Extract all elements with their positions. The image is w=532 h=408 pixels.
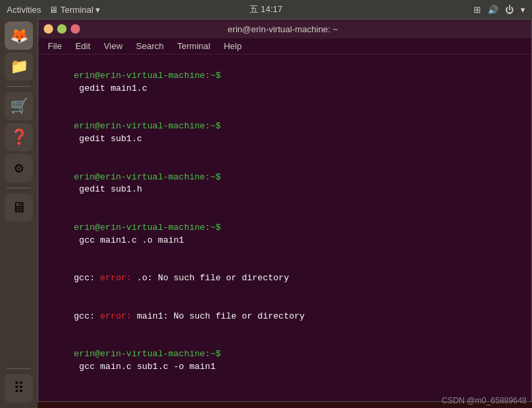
menu-search[interactable]: Search — [130, 40, 169, 52]
system-bar-clock: 五 14:17 — [250, 3, 282, 15]
sidebar: 🦊 📁 🛒 ❓ ⚙ 🖥 ⠿ — [0, 19, 38, 408]
terminal-line-2: erin@erin-virtual-machine:~$ gedit sub1.… — [42, 108, 527, 158]
terminal-label: 🖥 Terminal ▾ — [49, 5, 100, 15]
terminal-line-6: gcc: error: main1: No such file or direc… — [42, 298, 527, 336]
sidebar-separator-3 — [7, 368, 31, 369]
sidebar-separator-1 — [7, 86, 31, 87]
minimize-button[interactable] — [44, 24, 53, 34]
menu-terminal[interactable]: Terminal — [172, 40, 216, 52]
activities-label[interactable]: Activities — [7, 5, 41, 15]
terminal-line-3: erin@erin-virtual-machine:~$ gedit sub1.… — [42, 159, 527, 209]
terminal-icon-small: 🖥 — [49, 5, 58, 15]
power-dropdown-icon[interactable]: ▾ — [521, 5, 525, 15]
menu-edit[interactable]: Edit — [70, 40, 96, 52]
terminal-dropdown-icon[interactable]: ▾ — [96, 5, 100, 15]
window-title: erin@erin-virtual-machine: ~ — [80, 24, 486, 34]
ubuntu-software-icon[interactable]: 🛒 — [5, 92, 33, 120]
sidebar-separator-2 — [7, 188, 31, 188]
terminal-content[interactable]: erin@erin-virtual-machine:~$ gedit main1… — [38, 54, 531, 401]
terminal-icon[interactable]: 🖥 — [5, 194, 33, 222]
network-icon[interactable]: ⊞ — [473, 5, 481, 15]
terminal-window: erin@erin-virtual-machine: ~ File Edit V… — [38, 19, 532, 402]
menu-bar: File Edit View Search Terminal Help — [38, 38, 531, 54]
title-bar: erin@erin-virtual-machine: ~ — [38, 19, 531, 38]
window-controls — [44, 24, 80, 34]
apps-icon[interactable]: ⠿ — [5, 374, 33, 403]
menu-view[interactable]: View — [98, 40, 128, 52]
power-icon[interactable]: ⏻ — [505, 5, 514, 15]
menu-file[interactable]: File — [42, 40, 67, 52]
close-button[interactable] — [71, 24, 80, 34]
firefox-icon[interactable]: 🦊 — [5, 22, 33, 50]
watermark: CSDN @m0_65889648 — [442, 396, 527, 405]
terminal-line-5: gcc: error: .o: No such file or director… — [42, 260, 527, 298]
system-bar-right: ⊞ 🔊 ⏻ ▾ — [473, 5, 525, 15]
terminal-line-7: erin@erin-virtual-machine:~$ gcc main.c … — [42, 336, 527, 386]
terminal-line-4: erin@erin-virtual-machine:~$ gcc main1.c… — [42, 209, 527, 259]
system-settings-icon[interactable]: ⚙ — [5, 154, 33, 182]
volume-icon[interactable]: 🔊 — [488, 5, 498, 15]
terminal-line-1: erin@erin-virtual-machine:~$ gedit main1… — [42, 57, 527, 108]
help-icon[interactable]: ❓ — [5, 123, 33, 151]
files-icon[interactable]: 📁 — [5, 52, 33, 81]
maximize-button[interactable] — [57, 24, 67, 34]
menu-help[interactable]: Help — [219, 40, 248, 52]
system-bar-left: Activities 🖥 Terminal ▾ — [7, 5, 100, 15]
system-bar: Activities 🖥 Terminal ▾ 五 14:17 ⊞ 🔊 ⏻ ▾ — [0, 0, 532, 19]
